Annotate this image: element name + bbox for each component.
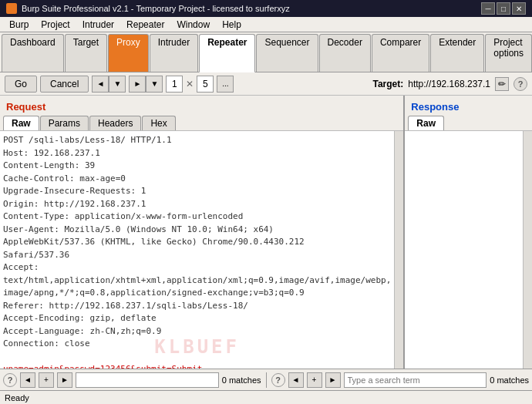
nav-next-group: ► ▼ [129,76,163,93]
nav-prev-drop-button[interactable]: ▼ [109,76,126,93]
bottom-right-help-button[interactable]: ? [271,373,285,387]
request-line-17: Connection: close [3,338,391,351]
tab-comparer[interactable]: Comparer [372,34,429,72]
menu-help[interactable]: Help [216,18,247,32]
request-line-10: Safari/537.36 [3,249,391,262]
titlebar-title-group: Burp Suite Professional v2.1 - Temporary… [6,3,290,14]
ellipsis-button[interactable]: ... [217,76,234,93]
edit-target-button[interactable]: ✏ [495,77,509,91]
bottom-right-next-button[interactable]: ► [325,372,341,388]
response-panel: Response Raw [405,96,532,369]
request-line-16: Accept-Language: zh-CN,zh;q=0.9 [3,325,391,338]
request-matches-label: 0 matches [222,375,261,385]
request-content[interactable]: POST /sqli-labs/Less-18/ HTTP/1.1 Host: … [0,131,394,369]
response-tabbar: Raw [405,114,532,131]
toolbar-help-button[interactable]: ? [513,77,527,91]
request-line-15: Accept-Encoding: gzip, deflate [3,312,391,325]
menu-burp[interactable]: Burp [3,18,35,32]
app-icon [6,3,17,14]
nav-prev-button[interactable]: ◄ [92,76,109,93]
request-line-6: Origin: http://192.168.237.1 [3,198,391,211]
tab-intruder[interactable]: Intruder [150,34,198,72]
response-matches-label: 0 matches [490,375,529,385]
tab-project-options[interactable]: Project options [485,34,532,72]
bottom-left-help-button[interactable]: ? [3,373,17,387]
request-line-18 [3,351,391,364]
app-title: Burp Suite Professional v2.1 - Temporary… [22,4,290,13]
request-panel: Request Raw Params Headers Hex POST /sql… [0,96,405,369]
request-line-5: Upgrade-Insecure-Requests: 1 [3,185,391,198]
go-button[interactable]: Go [5,76,37,93]
menu-repeater[interactable]: Repeater [120,18,170,32]
request-tab-raw[interactable]: Raw [3,116,39,130]
status-text: Ready [5,393,29,402]
target-info: Target: http://192.168.237.1 ✏ ? [372,77,527,91]
window-controls[interactable]: ─ □ ✕ [481,2,526,15]
request-tab-headers[interactable]: Headers [89,116,141,130]
bottom-right-prev-button[interactable]: ◄ [288,372,304,388]
tab-repeater[interactable]: Repeater [199,34,255,72]
close-button[interactable]: ✕ [512,2,526,15]
request-line-19: uname=admin&passwd=123456&submit=Submit [3,363,391,369]
request-tab-params[interactable]: Params [40,116,89,130]
request-header: Request [0,96,403,114]
nav-prev-group: ◄ ▼ [92,76,126,93]
request-num-right: 5 [197,76,214,93]
cancel-button[interactable]: Cancel [40,76,89,93]
status-bar: Ready [0,390,532,404]
bottom-left-add-button[interactable]: + [39,372,54,388]
bottom-right-add-button[interactable]: + [307,372,322,388]
maximize-button[interactable]: □ [497,2,510,15]
main-tabbar: Dashboard Target Proxy Intruder Repeater… [0,32,532,72]
response-scrollbar[interactable] [523,131,532,369]
menu-project[interactable]: Project [35,18,76,32]
tab-sequencer[interactable]: Sequencer [256,34,318,72]
minimize-button[interactable]: ─ [481,2,495,15]
request-line-9: AppleWebKit/537.36 (KHTML, like Gecko) C… [3,236,391,249]
nav-next-button[interactable]: ► [129,76,146,93]
request-line-11: Accept: [3,261,391,274]
request-line-12: text/html,application/xhtml+xml,applicat… [3,274,391,288]
request-line-1: POST /sqli-labs/Less-18/ HTTP/1.1 [3,134,391,147]
target-label: Target: [372,79,403,89]
tab-decoder[interactable]: Decoder [319,34,371,72]
menu-window[interactable]: Window [170,18,216,32]
request-line-3: Content-Length: 39 [3,160,391,173]
response-content[interactable] [405,131,523,369]
tab-dashboard[interactable]: Dashboard [2,34,64,72]
tab-target[interactable]: Target [65,34,107,72]
bottom-bar: ? ◄ + ► 0 matches ? ◄ + ► 0 matches [0,369,532,390]
request-scrollbar[interactable] [394,131,403,369]
request-tab-hex[interactable]: Hex [142,116,175,130]
request-line-2: Host: 192.168.237.1 [3,147,391,160]
request-line-8: User-Agent: Mozilla/5.0 (Windows NT 10.0… [3,224,391,237]
tab-extender[interactable]: Extender [430,34,484,72]
menubar: Burp Project Intruder Repeater Window He… [0,17,532,32]
request-line-4: Cache-Control: max-age=0 [3,173,391,186]
response-search-input[interactable] [344,372,487,388]
request-line-7: Content-Type: application/x-www-form-url… [3,210,391,224]
request-search-input[interactable] [76,372,219,388]
menu-intruder[interactable]: Intruder [76,18,120,32]
response-tab-raw[interactable]: Raw [408,116,444,130]
content-area: Request Raw Params Headers Hex POST /sql… [0,96,532,369]
target-url: http://192.168.237.1 [408,79,490,89]
nav-next-drop-button[interactable]: ▼ [146,76,163,93]
tab-proxy[interactable]: Proxy [108,34,149,72]
num-separator: ✕ [186,79,194,89]
bottom-left-prev-button[interactable]: ◄ [20,372,35,388]
request-tabbar: Raw Params Headers Hex [0,114,403,131]
titlebar: Burp Suite Professional v2.1 - Temporary… [0,0,532,17]
request-line-13: image/apng,*/*;q=0.8,application/signed-… [3,287,391,300]
request-num-left: 1 [166,76,183,93]
bottom-left-next-button[interactable]: ► [57,372,72,388]
toolbar: Go Cancel ◄ ▼ ► ▼ 1 ✕ 5 ... Target: http… [0,72,532,96]
response-header: Response [405,96,532,114]
bottom-divider [266,372,267,388]
request-line-14: Referer: http://192.168.237.1/sqli-labs/… [3,300,391,313]
